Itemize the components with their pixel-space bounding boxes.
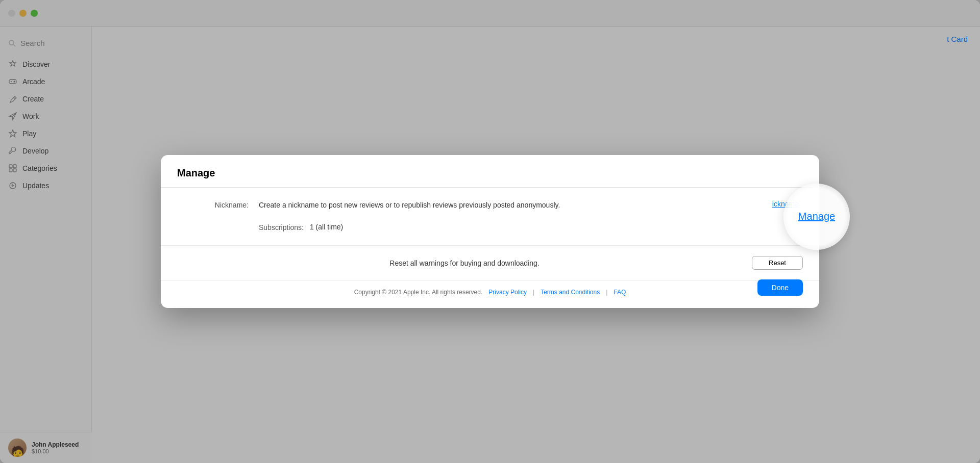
separator-1: |	[533, 289, 534, 296]
nickname-label: Nickname:	[177, 200, 259, 209]
modal-footer: Copyright © 2021 Apple Inc. All rights r…	[161, 280, 819, 308]
reset-button[interactable]: Reset	[752, 256, 803, 270]
privacy-policy-link[interactable]: Privacy Policy	[488, 289, 527, 296]
reset-description: Reset all warnings for buying and downlo…	[177, 259, 752, 267]
nickname-row: Nickname: Create a nickname to post new …	[161, 188, 819, 246]
footer-links: Copyright © 2021 Apple Inc. All rights r…	[354, 289, 626, 296]
subscriptions-value: 1 (all time)	[310, 222, 343, 233]
manage-modal: Manage Nickname: Create a nickname to po…	[161, 155, 819, 308]
spotlight-circle: Manage	[783, 184, 850, 250]
subscriptions-label: Subscriptions:	[259, 221, 304, 233]
nickname-content: Create a nickname to post new reviews or…	[259, 200, 701, 233]
terms-link[interactable]: Terms and Conditions	[541, 289, 600, 296]
nickname-description: Create a nickname to post new reviews or…	[259, 201, 560, 209]
modal-header: Manage	[161, 155, 819, 188]
separator-2: |	[606, 289, 607, 296]
modal-title: Manage	[177, 167, 803, 179]
reset-row: Reset all warnings for buying and downlo…	[161, 246, 819, 280]
faq-link[interactable]: FAQ	[614, 289, 626, 296]
copyright-text: Copyright © 2021 Apple Inc. All rights r…	[354, 289, 483, 296]
done-button[interactable]: Done	[757, 279, 803, 296]
modal-overlay: Manage Nickname: Create a nickname to po…	[0, 0, 980, 463]
spotlight-manage-link[interactable]: Manage	[798, 211, 835, 222]
nickname-action: Manage ickname	[701, 200, 803, 208]
modal-body: Nickname: Create a nickname to post new …	[161, 188, 819, 280]
